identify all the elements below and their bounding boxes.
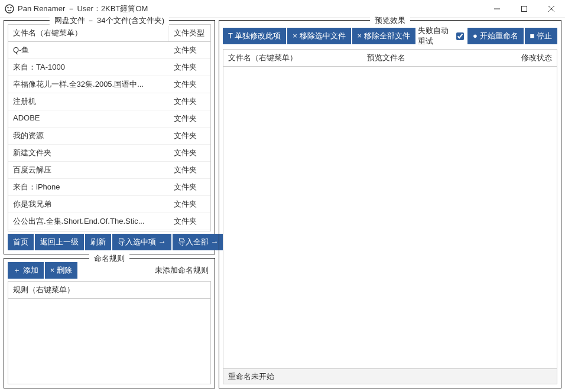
table-row[interactable]: TVB.洗冤录I-II全集文件夹	[8, 230, 210, 231]
stop-button[interactable]: ■ 停止	[525, 28, 557, 44]
files-header-type[interactable]: 文件类型	[169, 25, 210, 41]
table-row[interactable]: Q-鱼文件夹	[8, 42, 210, 59]
auto-retry-label[interactable]: 失败自动重试	[418, 25, 464, 47]
minimize-button[interactable]	[483, 0, 511, 18]
maximize-button[interactable]	[511, 0, 538, 18]
rules-empty-hint: 未添加命名规则	[155, 265, 211, 276]
file-name-cell: 百度云解压	[8, 162, 169, 178]
back-button[interactable]: 返回上一级	[35, 234, 84, 250]
svg-point-2	[10, 6, 11, 8]
file-name-cell: 新建文件夹	[8, 145, 169, 161]
start-rename-button[interactable]: ● 开始重命名	[467, 28, 523, 44]
file-name-cell: 来自：TA-1000	[8, 59, 169, 76]
file-type-cell: 文件夹	[169, 196, 210, 213]
auto-retry-checkbox[interactable]	[456, 32, 464, 41]
remove-selected-button[interactable]: × 移除选中文件	[287, 28, 350, 44]
file-type-cell: 文件夹	[169, 76, 210, 93]
files-legend: 网盘文件 － 34个文件(含文件夹)	[50, 15, 169, 26]
table-row[interactable]: 公公出宫.全集.Short.End.Of.The.Stic...文件夹	[8, 213, 210, 230]
files-groupbox: 网盘文件 － 34个文件(含文件夹) 文件名（右键菜单） 文件类型 Q-鱼文件夹…	[4, 20, 215, 254]
import-selected-button[interactable]: 导入选中项 →	[112, 234, 171, 250]
file-type-cell: 文件夹	[169, 93, 210, 110]
auto-retry-text: 失败自动重试	[418, 25, 454, 47]
home-button[interactable]: 首页	[8, 234, 34, 250]
rules-legend: 命名规则	[89, 253, 129, 264]
file-type-cell: 文件夹	[169, 42, 210, 58]
table-row[interactable]: 注册机文件夹	[8, 93, 210, 110]
preview-header-status[interactable]: 修改状态	[509, 50, 557, 66]
files-table-body[interactable]: Q-鱼文件夹来自：TA-1000文件夹幸福像花儿一样.全32集.2005.国语中…	[8, 42, 210, 231]
app-icon	[5, 4, 14, 14]
status-bar: 重命名未开始	[223, 369, 557, 384]
refresh-button[interactable]: 刷新	[85, 234, 111, 250]
file-type-cell: 文件夹	[169, 213, 210, 230]
file-name-cell: ADOBE	[8, 110, 169, 127]
rules-table[interactable]: 规则（右键菜单）	[8, 281, 211, 384]
close-button[interactable]	[538, 0, 565, 18]
table-row[interactable]: 幸福像花儿一样.全32集.2005.国语中...文件夹	[8, 76, 210, 93]
remove-all-button[interactable]: × 移除全部文件	[352, 28, 415, 44]
table-row[interactable]: ADOBE文件夹	[8, 110, 210, 128]
window-title: Pan Renamer － User：2KBT籦筒OM	[18, 4, 483, 14]
preview-groupbox: 预览效果 T 单独修改此项 × 移除选中文件 × 移除全部文件 失败自动重试 ●…	[219, 20, 561, 388]
file-type-cell: 文件夹	[169, 128, 210, 144]
preview-header-name[interactable]: 文件名（右键菜单）	[223, 50, 362, 66]
svg-point-1	[7, 6, 8, 8]
edit-single-button[interactable]: T 单独修改此项	[223, 28, 286, 44]
table-row[interactable]: 新建文件夹文件夹	[8, 145, 210, 162]
file-type-cell: 文件夹	[169, 230, 210, 231]
files-header-name[interactable]: 文件名（右键菜单）	[8, 25, 169, 41]
file-type-cell: 文件夹	[169, 179, 210, 195]
table-row[interactable]: 来自：iPhone文件夹	[8, 179, 210, 196]
add-rule-button[interactable]: ＋ 添加	[8, 262, 44, 279]
file-name-cell: 注册机	[8, 93, 169, 110]
file-type-cell: 文件夹	[169, 59, 210, 76]
file-name-cell: 来自：iPhone	[8, 179, 169, 195]
table-row[interactable]: 来自：TA-1000文件夹	[8, 59, 210, 76]
preview-table-body[interactable]	[223, 67, 557, 369]
table-row[interactable]: 百度云解压文件夹	[8, 162, 210, 179]
file-type-cell: 文件夹	[169, 145, 210, 161]
file-name-cell: Q-鱼	[8, 42, 169, 58]
file-name-cell: 我的资源	[8, 128, 169, 144]
preview-header-preview[interactable]: 预览文件名	[362, 50, 509, 66]
file-type-cell: 文件夹	[169, 110, 210, 127]
file-name-cell: 幸福像花儿一样.全32集.2005.国语中...	[8, 76, 169, 93]
files-table: 文件名（右键菜单） 文件类型 Q-鱼文件夹来自：TA-1000文件夹幸福像花儿一…	[8, 24, 211, 231]
file-type-cell: 文件夹	[169, 162, 210, 178]
file-name-cell: 你是我兄弟	[8, 196, 169, 213]
rules-header: 规则（右键菜单）	[8, 282, 210, 299]
table-row[interactable]: 你是我兄弟文件夹	[8, 196, 210, 213]
preview-legend: 预览效果	[370, 15, 410, 26]
delete-rule-button[interactable]: × 删除	[45, 262, 77, 279]
table-row[interactable]: 我的资源文件夹	[8, 128, 210, 145]
file-name-cell: TVB.洗冤录I-II全集	[8, 230, 169, 231]
import-all-button[interactable]: 导入全部 →	[173, 234, 224, 250]
file-name-cell: 公公出宫.全集.Short.End.Of.The.Stic...	[8, 213, 169, 230]
svg-rect-4	[522, 6, 527, 11]
rules-groupbox: 命名规则 ＋ 添加 × 删除 未添加命名规则 规则（右键菜单）	[4, 258, 215, 388]
svg-point-0	[5, 5, 14, 13]
